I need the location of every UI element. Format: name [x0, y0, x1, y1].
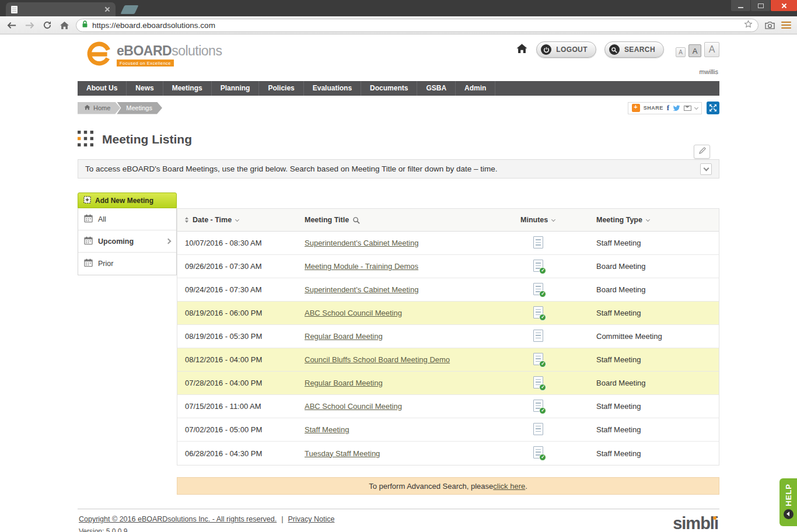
advanced-search-link[interactable]: click here: [493, 482, 525, 491]
add-icon: [83, 196, 91, 205]
meeting-date-time: 06/28/2016 - 04:30 PM: [177, 449, 305, 458]
nav-item-policies[interactable]: Policies: [259, 81, 303, 96]
minutes-doc-check-icon[interactable]: [533, 353, 543, 365]
minutes-cell: [520, 283, 596, 297]
footer-separator: |: [281, 515, 283, 523]
help-tab[interactable]: HELP: [779, 478, 797, 526]
minutes-doc-check-icon[interactable]: [533, 306, 543, 318]
minutes-doc-icon[interactable]: [533, 330, 543, 342]
meeting-table-header: Date - Time Meeting Title Minutes: [177, 209, 719, 232]
nav-item-documents[interactable]: Documents: [361, 81, 417, 96]
minutes-cell: [520, 306, 596, 320]
twitter-icon[interactable]: [673, 103, 680, 113]
minutes-doc-check-icon[interactable]: [533, 400, 543, 412]
minutes-cell: [520, 260, 596, 274]
meeting-title-link[interactable]: Meeting Module - Training Demos: [305, 262, 418, 271]
nav-item-gsba[interactable]: GSBA: [417, 81, 456, 96]
screenshot-camera-icon[interactable]: [764, 19, 776, 32]
font-size-small-button[interactable]: A: [676, 47, 686, 57]
nav-item-admin[interactable]: Admin: [456, 81, 495, 96]
collapse-description-button[interactable]: [700, 163, 712, 175]
meeting-title-link[interactable]: Tuesday Staff Meeting: [305, 449, 380, 458]
url-text[interactable]: https://eboard.eboardsolutions.com: [92, 21, 740, 30]
minutes-cell: [520, 376, 596, 390]
minutes-doc-icon[interactable]: [533, 423, 543, 435]
font-size-controls: A A A: [676, 42, 719, 57]
meeting-title-link[interactable]: ABC School Council Meeting: [305, 402, 402, 411]
nav-item-label: Policies: [268, 84, 294, 92]
facebook-icon[interactable]: f: [667, 103, 669, 113]
sidebar-item-label: Upcoming: [98, 237, 134, 246]
minutes-doc-check-icon[interactable]: [533, 260, 543, 272]
expand-icon[interactable]: [707, 102, 719, 114]
help-arrow-icon: [784, 509, 793, 519]
minutes-doc-icon[interactable]: [533, 236, 543, 249]
email-icon[interactable]: [684, 106, 691, 111]
meeting-title-cell: ABC School Council Meeting: [305, 309, 520, 317]
meeting-title-link[interactable]: Superintendent's Cabinet Meeting: [305, 239, 418, 247]
share-widget[interactable]: SHARE f: [628, 102, 702, 114]
minutes-doc-check-icon[interactable]: [533, 446, 543, 459]
new-tab-button[interactable]: [121, 5, 139, 14]
column-label-meeting-type: Meeting Type: [596, 216, 642, 224]
nav-item-news[interactable]: News: [127, 81, 163, 96]
meeting-title-link[interactable]: Council Bluffs School Board Meeting Demo: [305, 355, 450, 364]
search-button[interactable]: SEARCH: [604, 41, 664, 58]
edit-page-button[interactable]: [694, 145, 710, 159]
browser-menu-icon[interactable]: [781, 22, 791, 29]
share-dropdown-icon[interactable]: [694, 105, 698, 109]
meeting-title-link[interactable]: Regular Board Meeting: [305, 379, 383, 387]
minutes-doc-check-icon[interactable]: [533, 283, 543, 295]
meeting-title-link[interactable]: Superintendent's Cabinet Meeting: [305, 285, 418, 294]
copyright-link[interactable]: Copyright © 2016 eBOARDsolutions Inc. - …: [79, 515, 277, 523]
window-minimize-button[interactable]: [731, 0, 750, 11]
column-header-date-time[interactable]: Date - Time: [177, 216, 305, 224]
refresh-button[interactable]: [41, 19, 53, 32]
column-header-minutes[interactable]: Minutes: [520, 216, 596, 224]
window-close-button[interactable]: [771, 0, 797, 11]
sidebar-item-prior[interactable]: Prior: [78, 253, 176, 275]
nav-item-evaluations[interactable]: Evaluations: [304, 81, 361, 96]
font-size-medium-button[interactable]: A: [688, 44, 701, 57]
nav-item-about-us[interactable]: About Us: [78, 81, 127, 96]
footer-links: Copyright © 2016 eBOARDsolutions Inc. - …: [79, 515, 334, 532]
site-header: eBOARDsolutions Focused on Excellence LO…: [78, 34, 719, 81]
logo-secondary: solutions: [172, 43, 222, 58]
breadcrumb-home[interactable]: Home: [78, 102, 120, 114]
nav-item-meetings[interactable]: Meetings: [163, 81, 212, 96]
column-header-meeting-type[interactable]: Meeting Type: [596, 216, 719, 224]
chevron-down-icon: [235, 217, 239, 221]
search-column-icon[interactable]: [352, 216, 360, 224]
sidebar-item-all[interactable]: All: [78, 208, 176, 230]
logo-tagline: Focused on Excellence: [117, 60, 174, 66]
meeting-title-link[interactable]: ABC School Council Meeting: [305, 309, 402, 317]
font-size-large-button[interactable]: A: [704, 42, 719, 57]
bookmark-star-icon[interactable]: [744, 20, 753, 31]
breadcrumb-right-tools: SHARE f: [628, 102, 719, 114]
home-icon[interactable]: [516, 43, 528, 56]
logout-button[interactable]: LOGOUT: [536, 41, 596, 58]
minutes-doc-check-icon[interactable]: [533, 376, 543, 388]
browser-tab[interactable]: [6, 2, 116, 16]
forward-button[interactable]: [23, 19, 36, 32]
username: mwillis: [700, 68, 718, 75]
tab-close-icon[interactable]: [104, 6, 110, 12]
nav-item-label: Meetings: [172, 84, 202, 92]
add-new-meeting-button[interactable]: Add New Meeting: [78, 192, 177, 208]
window-restore-button[interactable]: [751, 0, 770, 11]
browser-home-button[interactable]: [58, 19, 71, 32]
back-button[interactable]: [6, 19, 18, 32]
breadcrumb-meetings[interactable]: Meetings: [117, 102, 162, 114]
chevron-down-icon: [551, 217, 555, 221]
meeting-title-link[interactable]: Staff Meeting: [305, 425, 349, 434]
table-row: 07/15/2016 - 11:00 AM ABC School Council…: [177, 395, 719, 418]
check-badge-icon: [539, 384, 546, 391]
column-header-meeting-title[interactable]: Meeting Title: [305, 216, 520, 224]
search-icon: [609, 44, 620, 55]
address-bar[interactable]: https://eboard.eboardsolutions.com: [76, 19, 758, 32]
meeting-title-link[interactable]: Regular Board Meeting: [305, 332, 383, 341]
sidebar-item-upcoming[interactable]: Upcoming: [78, 230, 176, 253]
privacy-notice-link[interactable]: Privacy Notice: [288, 515, 334, 523]
nav-item-planning[interactable]: Planning: [212, 81, 260, 96]
meeting-type: Board Meeting: [596, 262, 719, 271]
